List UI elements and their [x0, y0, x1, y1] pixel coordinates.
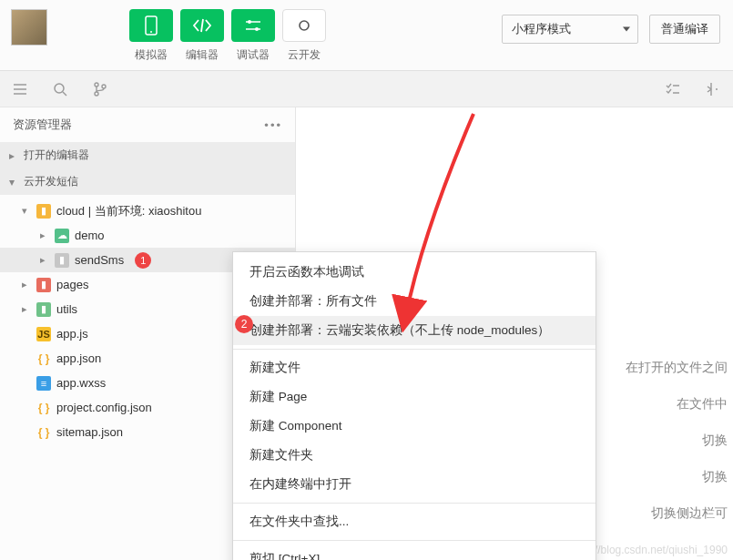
tree-label: pages [56, 278, 88, 291]
ctx-deploy-cloud-deps[interactable]: 创建并部署：云端安装依赖（不上传 node_modules） [233, 316, 596, 345]
tree-label: app.js [56, 327, 88, 341]
ctx-label: 新建 Page [249, 389, 307, 405]
ctx-new-component[interactable]: 新建 Component [233, 412, 596, 441]
annotation-badge-2: 2 [235, 315, 253, 333]
phone-icon [145, 15, 158, 36]
avatar[interactable] [11, 9, 47, 46]
code-icon [192, 18, 212, 33]
ctx-enable-local-debug[interactable]: 开启云函数本地调试 [233, 258, 596, 287]
ctx-label: 在内建终端中打开 [249, 476, 351, 493]
context-menu: 开启云函数本地调试 创建并部署：所有文件 创建并部署：云端安装依赖（不上传 no… [232, 251, 596, 560]
ctx-label: 在文件夹中查找... [249, 514, 349, 530]
tab-label: 编辑器 [186, 47, 219, 63]
bg-hint: 在文件中 [677, 396, 728, 412]
chevron-closed-icon [40, 229, 49, 241]
tab-simulator[interactable]: 模拟器 [129, 9, 173, 63]
tree-label: app.json [56, 351, 101, 365]
mode-select-value: 小程序模式 [512, 22, 571, 36]
js-file-icon: JS [36, 327, 51, 341]
folder-icon: ▮ [36, 302, 51, 317]
tree-node-cloud[interactable]: ▮ cloud | 当前环境: xiaoshitou [0, 199, 295, 223]
ctx-find-in-folder[interactable]: 在文件夹中查找... [233, 507, 596, 536]
tree-label: project.config.json [56, 401, 152, 414]
ctx-label: 剪切 [Ctrl+X] [249, 551, 320, 560]
svg-point-6 [95, 83, 98, 87]
svg-point-1 [150, 31, 152, 33]
ctx-label: 新建文件夹 [249, 447, 313, 463]
sliders-icon [244, 18, 262, 33]
compile-button-label: 普通编译 [661, 22, 708, 36]
section-project[interactable]: 云开发短信 [0, 168, 295, 195]
branch-icon[interactable] [89, 78, 111, 100]
section-label: 打开的编辑器 [24, 148, 89, 163]
wxss-file-icon: ≡ [36, 376, 51, 391]
chevron-closed-icon [9, 149, 18, 162]
ctx-open-terminal[interactable]: 在内建终端中打开 [233, 470, 596, 499]
folder-icon: ▮ [36, 278, 51, 292]
sidebar-icon-bar [0, 71, 733, 107]
ctx-label: 开启云函数本地调试 [249, 264, 364, 280]
svg-point-2 [248, 20, 251, 24]
collapse-icon[interactable] [702, 78, 724, 100]
cloud-folder-icon: ☁ [55, 229, 69, 243]
chevron-closed-icon [40, 254, 49, 266]
svg-point-8 [102, 85, 106, 88]
tree-label: demo [75, 229, 105, 242]
tree-label: app.wxss [56, 376, 106, 390]
tab-label: 云开发 [288, 47, 321, 63]
svg-point-5 [55, 84, 64, 93]
compile-button[interactable]: 普通编译 [649, 15, 720, 44]
menu-separator [233, 540, 596, 541]
json-file-icon [36, 401, 51, 415]
ctx-new-page[interactable]: 新建 Page [233, 382, 596, 412]
menu-separator [233, 349, 596, 350]
folder-icon: ▮ [55, 253, 69, 268]
ctx-label: 创建并部署：云端安装依赖（不上传 node_modules） [249, 322, 550, 339]
search-icon[interactable] [49, 78, 71, 100]
checklist-icon[interactable] [662, 78, 684, 100]
ctx-label: 新建 Component [249, 418, 342, 434]
tab-debugger[interactable]: 调试器 [231, 9, 275, 63]
ctx-label: 创建并部署：所有文件 [249, 293, 377, 310]
section-open-editors[interactable]: 打开的编辑器 [0, 142, 295, 168]
chevron-closed-icon [22, 303, 31, 315]
tab-label: 模拟器 [135, 47, 168, 63]
tab-editor[interactable]: 编辑器 [180, 9, 224, 63]
ctx-label: 新建文件 [249, 360, 300, 376]
list-icon[interactable] [9, 78, 31, 100]
ctx-cut[interactable]: 剪切 [Ctrl+X] [233, 545, 596, 560]
bg-hint: 切换侧边栏可 [651, 505, 728, 522]
section-label: 云开发短信 [24, 174, 78, 189]
mode-select[interactable]: 小程序模式 [502, 15, 638, 44]
folder-icon: ▮ [36, 204, 51, 219]
tree-label: cloud | 当前环境: xiaoshitou [56, 203, 201, 219]
svg-point-3 [255, 27, 259, 31]
cloud-loop-icon [294, 18, 314, 33]
top-toolbar: 模拟器 编辑器 调试器 云开发 小程序模式 普通编译 [0, 0, 733, 71]
bg-hint: 切换 [702, 433, 728, 449]
json-file-icon [36, 425, 51, 440]
svg-point-9 [716, 88, 718, 90]
tree-label: utils [56, 302, 77, 316]
tab-label: 调试器 [237, 47, 270, 63]
explorer-header: 资源管理器 ••• [0, 107, 295, 142]
top-right-group: 小程序模式 普通编译 [502, 15, 720, 44]
tree-label: sendSms [75, 253, 124, 267]
ctx-new-folder[interactable]: 新建文件夹 [233, 441, 596, 470]
menu-separator [233, 503, 596, 504]
explorer-more-icon[interactable]: ••• [264, 118, 282, 132]
explorer-title: 资源管理器 [13, 117, 72, 133]
chevron-open-icon [9, 176, 18, 188]
chevron-open-icon [22, 205, 31, 217]
annotation-badge-1: 1 [135, 252, 151, 269]
svg-point-7 [95, 92, 98, 96]
json-file-icon [36, 351, 51, 366]
tree-label: sitemap.json [56, 425, 123, 439]
ctx-new-file[interactable]: 新建文件 [233, 353, 596, 382]
tab-cloud[interactable]: 云开发 [282, 9, 326, 63]
bg-hint: 在打开的文件之间 [626, 360, 728, 376]
bg-hint: 切换 [702, 469, 728, 485]
tree-node-demo[interactable]: ☁ demo [0, 223, 295, 248]
ctx-deploy-all[interactable]: 创建并部署：所有文件 [233, 287, 596, 316]
chevron-closed-icon [22, 279, 31, 290]
